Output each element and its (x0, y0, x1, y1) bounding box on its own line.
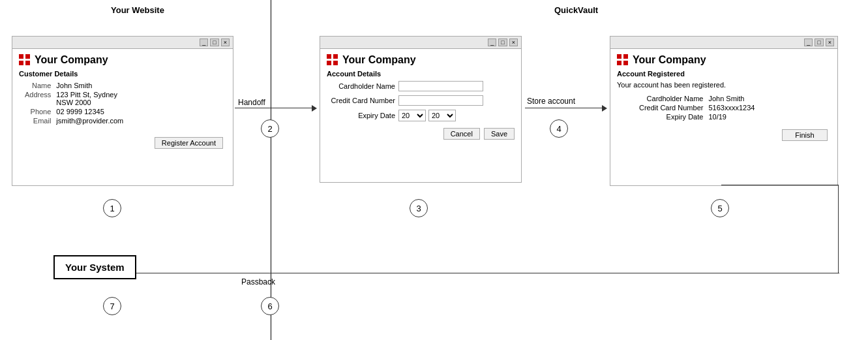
your-website-label: Your Website (111, 5, 164, 15)
expiry-row: Expiry Date 20 20 (327, 110, 515, 121)
passback-top-right (721, 185, 839, 185)
minimize-btn-3[interactable]: _ (804, 39, 813, 46)
maximize-btn-1[interactable]: □ (210, 39, 218, 46)
maximize-btn-3[interactable]: □ (815, 39, 823, 46)
company-name-1: Your Company (35, 54, 108, 66)
window-2: _ □ × Your Company Account Details Cardh… (320, 36, 522, 183)
circle-2: 2 (261, 119, 279, 138)
window-3: _ □ × Your Company Account Registered Yo… (610, 36, 838, 186)
cc-label: Credit Card Number (327, 97, 398, 104)
titlebar-2: _ □ × (320, 37, 521, 49)
handoff-label: Handoff (238, 98, 265, 107)
your-system-label: Your System (65, 262, 125, 273)
vertical-divider (271, 0, 271, 340)
minimize-btn-1[interactable]: _ (200, 39, 208, 46)
maximize-btn-2[interactable]: □ (498, 39, 507, 46)
table-row: Phone 02 9999 12345 (22, 107, 126, 116)
table-row: Address 123 Pitt St, SydneyNSW 2000 (22, 90, 126, 107)
store-account-arrow-line (525, 108, 603, 108)
cancel-button[interactable]: Cancel (443, 128, 480, 140)
table-row: Name John Smith (22, 81, 126, 90)
company-name-3: Your Company (633, 54, 706, 66)
cardholder-input[interactable] (398, 81, 483, 91)
circle-7: 7 (103, 297, 121, 315)
minimize-btn-2[interactable]: _ (488, 39, 496, 46)
window-1: _ □ × Your Company Customer Details Name… (12, 36, 233, 186)
titlebar-3: _ □ × (610, 37, 837, 49)
expiry-year-select[interactable]: 20 (428, 110, 456, 121)
expiry-label: Expiry Date (327, 112, 398, 119)
store-account-arrowhead (602, 105, 607, 112)
close-btn-1[interactable]: × (221, 39, 230, 46)
expiry-selects: 20 20 (398, 110, 456, 121)
circle-4: 4 (550, 119, 568, 138)
section-title-2: Account Details (327, 70, 515, 78)
passback-label: Passback (241, 277, 275, 286)
company-name-2: Your Company (342, 54, 416, 66)
cardholder-row: Cardholder Name (327, 81, 515, 91)
store-account-label: Store account (527, 97, 575, 106)
registered-details-table: Cardholder Name John Smith Credit Card N… (636, 94, 757, 121)
company-icon-1 (19, 54, 31, 66)
your-system-box: Your System (53, 255, 136, 279)
table-row: Email jsmith@provider.com (22, 116, 126, 125)
circle-5: 5 (711, 199, 729, 217)
expiry-month-select[interactable]: 20 (398, 110, 426, 121)
registered-message: Your account has been registered. (617, 81, 831, 89)
handoff-arrowhead (312, 105, 317, 112)
section-title-1: Customer Details (19, 70, 226, 78)
cc-row: Credit Card Number (327, 95, 515, 106)
circle-3: 3 (410, 199, 428, 217)
cardholder-label: Cardholder Name (327, 82, 398, 90)
quickvault-label: QuickVault (554, 5, 598, 15)
section-title-3: Account Registered (617, 70, 831, 78)
close-btn-2[interactable]: × (509, 39, 518, 46)
customer-details-table: Name John Smith Address 123 Pitt St, Syd… (22, 81, 126, 125)
passback-bottom-horizontal (108, 273, 839, 273)
titlebar-1: _ □ × (12, 37, 233, 49)
company-icon-3 (617, 54, 629, 66)
company-icon-2 (327, 54, 338, 66)
handoff-arrow-line (235, 108, 313, 108)
save-button[interactable]: Save (484, 128, 515, 140)
close-btn-3[interactable]: × (826, 39, 834, 46)
passback-right-vertical (838, 185, 839, 273)
circle-6: 6 (261, 297, 279, 315)
table-row: Expiry Date 10/19 (636, 112, 757, 121)
table-row: Cardholder Name John Smith (636, 94, 757, 103)
circle-1: 1 (103, 199, 121, 217)
finish-button[interactable]: Finish (782, 129, 828, 141)
register-account-button[interactable]: Register Account (155, 137, 223, 149)
table-row: Credit Card Number 5163xxxx1234 (636, 103, 757, 112)
cc-input[interactable] (398, 95, 483, 106)
